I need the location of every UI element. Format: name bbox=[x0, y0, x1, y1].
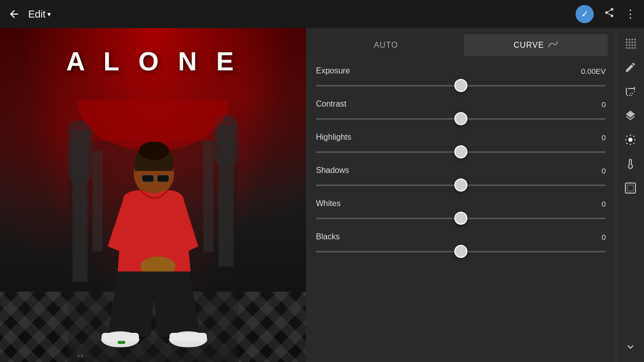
light-icon[interactable] bbox=[619, 129, 641, 151]
dropdown-arrow: ▾ bbox=[47, 10, 51, 18]
photo-area: A L O N E bbox=[0, 28, 306, 362]
svg-point-30 bbox=[631, 41, 633, 43]
controls-area: AUTO CURVE Exposure 0.00EV bbox=[306, 28, 616, 362]
layers-icon[interactable] bbox=[619, 105, 641, 127]
confirm-button[interactable]: ✓ bbox=[576, 5, 594, 23]
filter-grid-icon[interactable] bbox=[619, 32, 641, 54]
check-icon: ✓ bbox=[581, 9, 589, 20]
curve-line-icon bbox=[548, 40, 558, 51]
shadows-label: Shadows bbox=[316, 166, 349, 175]
svg-point-38 bbox=[631, 47, 633, 49]
svg-point-26 bbox=[631, 39, 633, 41]
contrast-slider-row: Contrast 0 bbox=[316, 100, 606, 125]
edit-label: Edit bbox=[28, 9, 45, 20]
auto-button[interactable]: AUTO bbox=[314, 34, 458, 56]
shadows-slider[interactable] bbox=[316, 179, 606, 191]
highlights-label: Highlights bbox=[316, 133, 351, 142]
exposure-label: Exposure bbox=[316, 66, 350, 75]
svg-point-37 bbox=[628, 47, 630, 49]
svg-point-35 bbox=[634, 44, 636, 46]
top-bar-actions: ✓ ⋮ bbox=[576, 5, 636, 23]
svg-point-29 bbox=[628, 41, 630, 43]
sliders-container: Exposure 0.00EV Contrast 0 bbox=[306, 62, 616, 362]
share-button[interactable] bbox=[604, 7, 615, 21]
whites-slider[interactable] bbox=[316, 212, 606, 224]
svg-point-33 bbox=[628, 44, 630, 46]
blacks-slider[interactable] bbox=[316, 245, 606, 257]
more-icon: ⋮ bbox=[625, 8, 636, 20]
down-arrow-icon[interactable] bbox=[619, 336, 641, 358]
exposure-slider[interactable] bbox=[316, 79, 606, 92]
blacks-value: 0 bbox=[602, 233, 606, 241]
svg-point-39 bbox=[634, 47, 636, 49]
svg-point-31 bbox=[634, 41, 636, 43]
vignette-icon[interactable] bbox=[619, 177, 641, 199]
svg-point-25 bbox=[628, 39, 630, 41]
svg-point-32 bbox=[625, 44, 627, 46]
exposure-value: 0.00EV bbox=[581, 67, 606, 75]
photo-title: A L O N E bbox=[66, 46, 240, 76]
blacks-slider-row: Blacks 0 bbox=[316, 232, 606, 257]
svg-rect-5 bbox=[93, 151, 103, 251]
contrast-slider[interactable] bbox=[316, 113, 606, 125]
shadows-value: 0 bbox=[602, 166, 606, 175]
blacks-label: Blacks bbox=[316, 232, 340, 241]
svg-rect-22 bbox=[67, 347, 238, 362]
svg-rect-19 bbox=[118, 341, 125, 344]
transform-icon[interactable] bbox=[619, 80, 641, 103]
svg-point-24 bbox=[625, 39, 627, 41]
curve-button[interactable]: CURVE bbox=[464, 34, 608, 56]
svg-rect-12 bbox=[142, 175, 154, 182]
svg-rect-42 bbox=[627, 185, 633, 191]
svg-rect-21 bbox=[170, 333, 207, 342]
svg-point-34 bbox=[631, 44, 633, 46]
shadows-slider-row: Shadows 0 bbox=[316, 166, 606, 191]
contrast-value: 0 bbox=[602, 100, 606, 109]
svg-text:■ ■ —: ■ ■ — bbox=[77, 353, 89, 358]
highlights-slider[interactable] bbox=[316, 146, 606, 158]
whites-value: 0 bbox=[602, 200, 606, 208]
svg-rect-2 bbox=[67, 121, 93, 181]
highlights-value: 0 bbox=[602, 133, 606, 142]
svg-point-27 bbox=[634, 39, 636, 41]
curve-label: CURVE bbox=[514, 41, 544, 50]
right-panel: AUTO CURVE Exposure 0.00EV bbox=[306, 28, 644, 362]
person-area: ■ ■ — bbox=[67, 101, 238, 362]
svg-rect-13 bbox=[157, 175, 169, 182]
contrast-label: Contrast bbox=[316, 100, 346, 109]
temperature-icon[interactable] bbox=[619, 153, 641, 175]
svg-point-28 bbox=[625, 41, 627, 43]
photo-canvas: A L O N E bbox=[0, 28, 306, 362]
back-button[interactable] bbox=[8, 8, 20, 20]
right-toolbar bbox=[616, 28, 644, 362]
main-content: A L O N E bbox=[0, 28, 644, 362]
highlights-slider-row: Highlights 0 bbox=[316, 133, 606, 158]
svg-rect-41 bbox=[625, 183, 635, 193]
button-row: AUTO CURVE bbox=[306, 28, 616, 62]
more-options-button[interactable]: ⋮ bbox=[625, 8, 636, 21]
svg-rect-18 bbox=[102, 333, 139, 342]
pencil-icon[interactable] bbox=[619, 56, 641, 78]
edit-dropdown[interactable]: Edit ▾ bbox=[28, 9, 51, 20]
svg-point-40 bbox=[628, 138, 632, 142]
svg-point-36 bbox=[625, 47, 627, 49]
exposure-slider-row: Exposure 0.00EV bbox=[316, 66, 606, 92]
whites-label: Whites bbox=[316, 199, 341, 208]
svg-rect-6 bbox=[203, 141, 213, 251]
top-bar: Edit ▾ ✓ ⋮ bbox=[0, 0, 644, 28]
whites-slider-row: Whites 0 bbox=[316, 199, 606, 224]
